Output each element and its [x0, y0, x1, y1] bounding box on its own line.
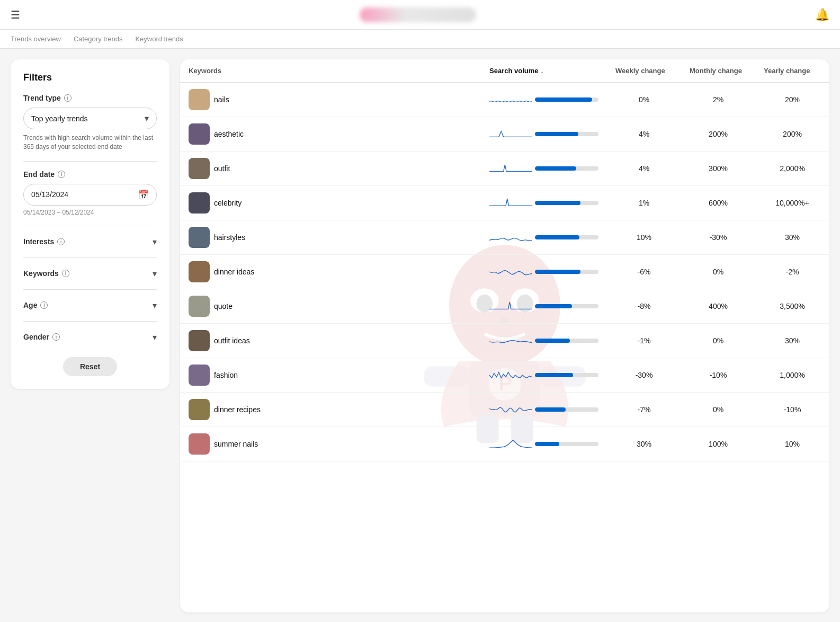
table-row: fashion -30% -10% 1,000% — [180, 358, 829, 393]
yearly-change-cell: 1,000% — [755, 358, 829, 393]
interests-label: Interests i — [23, 237, 65, 246]
weekly-change-cell: 1% — [607, 186, 681, 220]
divider-3 — [23, 257, 157, 258]
volume-cell — [481, 358, 607, 393]
keywords-filter[interactable]: Keywords i ▾ — [23, 266, 157, 281]
keyword-name: dinner ideas — [214, 268, 254, 276]
volume-bar-fill — [535, 373, 573, 377]
volume-bar-wrapper — [489, 331, 598, 350]
monthly-change-cell: 0% — [681, 255, 755, 289]
yearly-change-cell: 30% — [755, 324, 829, 358]
divider-5 — [23, 321, 157, 322]
col-header-monthly[interactable]: Monthly change — [681, 59, 755, 83]
table-row: dinner ideas -6% 0% -2% — [180, 255, 829, 289]
sparkline-chart — [489, 159, 532, 178]
keyword-name-cell[interactable]: dinner ideas — [210, 255, 481, 289]
table-row: celebrity 1% 600% 10,000%+ — [180, 186, 829, 220]
interests-chevron-icon: ▾ — [153, 237, 157, 247]
keywords-info-icon[interactable]: i — [62, 270, 69, 277]
subnav-item-2[interactable]: Category trends — [74, 35, 123, 43]
keyword-thumb-cell — [180, 255, 210, 289]
trend-type-label: Trend type i — [23, 94, 157, 102]
keyword-name-cell[interactable]: fashion — [210, 358, 481, 393]
gender-chevron-icon: ▾ — [153, 332, 157, 342]
keyword-name-cell[interactable]: quote — [210, 289, 481, 324]
interests-info-icon[interactable]: i — [57, 238, 65, 245]
monthly-change-cell: 300% — [681, 152, 755, 186]
volume-cell — [481, 220, 607, 255]
weekly-change-cell: -8% — [607, 289, 681, 324]
gender-info-icon[interactable]: i — [52, 333, 60, 341]
volume-cell — [481, 427, 607, 461]
col-header-volume[interactable]: Search volume ↓ — [481, 59, 607, 83]
volume-cell — [481, 83, 607, 117]
weekly-change-cell: -30% — [607, 358, 681, 393]
keyword-thumbnail — [189, 296, 210, 317]
monthly-change-cell: 600% — [681, 186, 755, 220]
keyword-name: outfit ideas — [214, 336, 250, 345]
monthly-change-cell: 0% — [681, 324, 755, 358]
subnav-item-3[interactable]: Keyword trends — [135, 35, 183, 43]
yearly-change-cell: 10,000%+ — [755, 186, 829, 220]
divider-4 — [23, 289, 157, 290]
monthly-change-cell: 100% — [681, 427, 755, 461]
keyword-thumbnail — [189, 123, 210, 145]
monthly-change-cell: -10% — [681, 358, 755, 393]
age-info-icon[interactable]: i — [40, 301, 48, 309]
volume-cell — [481, 186, 607, 220]
interests-filter[interactable]: Interests i ▾ — [23, 235, 157, 249]
end-date-input[interactable]: 05/13/2024 📅 — [23, 184, 157, 206]
keyword-name-cell[interactable]: outfit — [210, 152, 481, 186]
volume-bar-fill — [535, 304, 572, 308]
hamburger-icon[interactable]: ☰ — [11, 8, 20, 21]
volume-bar-fill — [535, 132, 578, 136]
keywords-label: Keywords i — [23, 269, 69, 278]
keyword-name: fashion — [214, 371, 238, 379]
col-header-keywords: Keywords — [180, 59, 481, 83]
date-range-text: 05/14/2023 – 05/12/2024 — [23, 209, 157, 216]
trend-type-info-icon[interactable]: i — [64, 94, 72, 102]
keyword-name-cell[interactable]: aesthetic — [210, 117, 481, 152]
keyword-name-cell[interactable]: summer nails — [210, 427, 481, 461]
divider-1 — [23, 161, 157, 162]
reset-button[interactable]: Reset — [63, 357, 117, 376]
keyword-thumb-cell — [180, 220, 210, 255]
keyword-thumb-cell — [180, 152, 210, 186]
yearly-change-cell: 200% — [755, 117, 829, 152]
keyword-name-cell[interactable]: hairstyles — [210, 220, 481, 255]
yearly-change-cell: 3,500% — [755, 289, 829, 324]
volume-bar-wrapper — [489, 434, 598, 454]
volume-bar-wrapper — [489, 228, 598, 247]
main-layout: Filters Trend type i Top yearly trends ▾… — [0, 49, 840, 622]
volume-cell — [481, 117, 607, 152]
weekly-change-cell: -7% — [607, 393, 681, 427]
age-filter[interactable]: Age i ▾ — [23, 298, 157, 313]
keyword-name-cell[interactable]: dinner recipes — [210, 393, 481, 427]
col-header-weekly[interactable]: Weekly change — [607, 59, 681, 83]
col-header-yearly[interactable]: Yearly change — [755, 59, 829, 83]
subnav-item-1[interactable]: Trends overview — [11, 35, 61, 43]
trend-type-dropdown[interactable]: Top yearly trends ▾ — [23, 108, 157, 129]
keyword-thumbnail — [189, 158, 210, 179]
volume-bar-bg — [535, 373, 598, 377]
keyword-name-cell[interactable]: nails — [210, 83, 481, 117]
volume-bar-bg — [535, 97, 598, 102]
trend-type-value: Top yearly trends — [31, 114, 88, 123]
volume-bar-bg — [535, 304, 598, 308]
end-date-label: End date i — [23, 170, 157, 179]
sidebar-title: Filters — [23, 72, 157, 83]
keyword-name: celebrity — [214, 199, 242, 207]
keyword-thumb-cell — [180, 117, 210, 152]
keywords-chevron-icon: ▾ — [153, 269, 157, 279]
end-date-info-icon[interactable]: i — [58, 171, 65, 178]
volume-bar-fill — [535, 339, 570, 343]
gender-filter[interactable]: Gender i ▾ — [23, 330, 157, 344]
keyword-name-cell[interactable]: outfit ideas — [210, 324, 481, 358]
bell-icon[interactable]: 🔔 — [815, 8, 829, 22]
keyword-name-cell[interactable]: celebrity — [210, 186, 481, 220]
sparkline-chart — [489, 125, 532, 144]
keyword-name: dinner recipes — [214, 405, 261, 414]
sparkline-chart — [489, 228, 532, 247]
topbar-center — [360, 7, 476, 22]
yearly-change-cell: 20% — [755, 83, 829, 117]
